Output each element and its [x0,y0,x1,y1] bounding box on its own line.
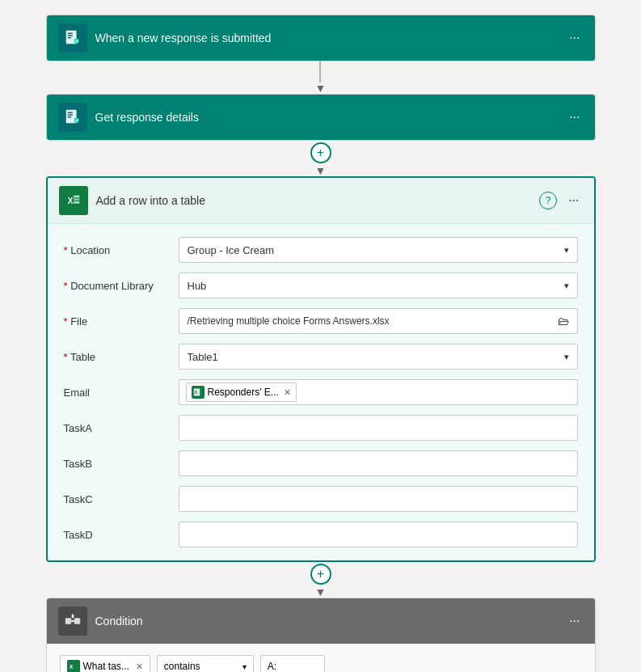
condition-chip-icon: X [67,660,80,672]
svg-rect-12 [74,196,79,198]
email-row: Email X Responders' E... ✕ [64,379,578,405]
step-card-3: X Add a row into a table ? ··· Location … [46,176,596,562]
taskc-row: TaskC [64,486,578,512]
table-dropdown[interactable]: Table1 ▾ [179,344,578,370]
step2-more-options[interactable]: ··· [566,107,583,128]
step4-title: Condition [95,615,559,628]
step1-icon [58,23,87,53]
taskd-label: TaskD [64,529,169,541]
svg-rect-13 [74,198,79,201]
location-dropdown[interactable]: Group - Ice Cream ▾ [179,237,578,263]
svg-marker-21 [71,614,74,617]
taskb-row: TaskB [64,450,578,476]
connector-line-1 [319,61,321,82]
step3-more-options[interactable]: ··· [565,190,582,211]
taskb-input[interactable] [179,450,578,476]
step4-more-options[interactable]: ··· [566,611,583,632]
svg-rect-8 [67,116,71,117]
svg-rect-17 [65,618,70,623]
file-browse-icon: 🗁 [558,315,569,328]
add-step-button-2[interactable]: + [310,564,331,585]
taskd-row: TaskD [64,522,578,547]
location-chevron: ▾ [564,245,569,256]
step3-header: X Add a row into a table ? ··· [48,178,594,224]
connector-with-plus-1: + ▼ [310,141,331,176]
step-card-4: Condition ··· X What tas... ✕ contain [46,598,596,672]
taskb-label: TaskB [64,458,169,470]
taska-label: TaskA [64,422,169,434]
taskb-field[interactable] [188,458,569,470]
email-label: Email [64,387,169,399]
step3-icon: X [59,186,88,215]
svg-rect-1 [67,33,72,34]
connector-with-plus-2: + ▼ [310,562,331,598]
step2-header: Get response details ··· [47,95,595,140]
step1-header: When a new response is submitted ··· [47,15,595,61]
table-row: Table Table1 ▾ [64,344,578,370]
taska-input[interactable] [179,415,578,441]
arrow-3: ▼ [315,586,327,598]
taskc-field[interactable] [188,493,569,505]
file-value: /Retrieving multiple choice Forms Answer… [188,315,390,327]
svg-rect-18 [74,618,79,623]
email-chip-icon: X [192,386,205,399]
location-value: Group - Ice Cream [188,244,275,256]
svg-rect-2 [67,35,72,36]
email-chip-label: Responders' E... [208,387,279,398]
step3-body: Location Group - Ice Cream ▾ Document Li… [48,224,594,560]
document-library-value: Hub [188,280,207,292]
table-value: Table1 [188,351,218,363]
step1-title: When a new response is submitted [95,32,559,44]
taska-field[interactable] [188,422,569,434]
step3-title: Add a row into a table [96,194,532,207]
svg-rect-6 [67,112,72,113]
step4-icon [58,606,87,636]
flow-container: When a new response is submitted ··· ▼ G… [0,0,641,672]
email-control[interactable]: X Responders' E... ✕ [179,379,578,405]
table-label: Table [64,351,169,363]
svg-text:X: X [194,390,197,395]
step2-title: Get response details [95,111,559,124]
step4-header: Condition ··· [47,598,595,644]
svg-text:X: X [69,664,73,670]
step2-icon [58,103,87,132]
step3-help-button[interactable]: ? [539,192,557,209]
arrow-1: ▼ [315,82,327,94]
taskc-label: TaskC [64,493,169,505]
document-library-chevron: ▾ [564,281,569,291]
document-library-label: Document Library [64,280,169,292]
condition-chip-label: What tas... [83,661,129,672]
step4-body: X What tas... ✕ contains ▾ A: [47,644,595,672]
svg-rect-14 [74,201,79,204]
table-chevron: ▾ [564,352,569,362]
step-card-1: When a new response is submitted ··· [46,15,596,61]
taska-row: TaskA [64,415,578,441]
file-row: File /Retrieving multiple choice Forms A… [64,308,578,334]
file-control[interactable]: /Retrieving multiple choice Forms Answer… [179,308,578,334]
email-chip: X Responders' E... ✕ [186,382,297,402]
email-chip-close[interactable]: ✕ [284,387,291,398]
condition-chip-close[interactable]: ✕ [136,661,143,672]
add-step-button-1[interactable]: + [310,142,331,163]
file-label: File [64,315,169,328]
location-label: Location [64,244,169,256]
taskd-field[interactable] [188,529,569,541]
condition-chip[interactable]: X What tas... ✕ [60,655,150,672]
connector-1: ▼ [315,61,327,94]
svg-rect-3 [67,37,71,38]
svg-text:X: X [67,197,73,205]
condition-value-input[interactable]: A: [260,655,325,672]
condition-operator-value: contains [164,661,200,672]
condition-row: X What tas... ✕ contains ▾ A: [60,655,582,672]
condition-operator-dropdown[interactable]: contains ▾ [157,655,254,672]
taskd-input[interactable] [179,522,578,547]
arrow-2: ▼ [315,165,327,176]
condition-value: A: [268,661,276,672]
taskc-input[interactable] [179,486,578,512]
condition-operator-chevron: ▾ [242,662,247,671]
document-library-row: Document Library Hub ▾ [64,273,578,298]
document-library-dropdown[interactable]: Hub ▾ [179,273,578,298]
step-card-2: Get response details ··· [46,94,596,141]
location-row: Location Group - Ice Cream ▾ [64,237,578,263]
step1-more-options[interactable]: ··· [566,27,583,49]
